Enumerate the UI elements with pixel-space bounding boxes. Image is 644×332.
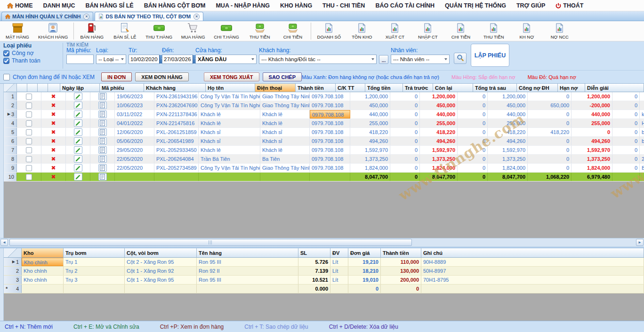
cell-cong-no-dh[interactable]: 494,260 [572,137,612,145]
copy-row-icon[interactable] [98,128,107,136]
cell-dien-thoai[interactable]: 0979.708.108 [310,110,350,119]
menu-item-tro-giup[interactable]: TRỢ GIÚP [511,0,550,11]
cell-ghi-chu[interactable]: 50H-8997 [421,267,644,275]
cell-han-no[interactable]: 0 [612,128,640,136]
cell-thanh-tien[interactable]: 494,260 [350,137,390,145]
cell-khach-hang[interactable]: Khách sỉ [199,137,260,145]
cell-ho-ten[interactable]: Khách sỉ [260,128,310,136]
row-indicator[interactable]: 3 [4,276,22,284]
cell-ngay-lap[interactable]: 22/05/2020 [115,155,154,163]
scroll-right-arrow-icon[interactable]: ► [636,239,644,246]
column-header-kho[interactable]: Kho [22,248,64,258]
copy-row-icon[interactable] [98,137,107,145]
ma-phieu-input[interactable] [66,55,94,64]
cell-dien-giai[interactable]: 2 xe bán tải anh Ba [640,155,644,163]
cell-sl[interactable]: 0.000 [298,285,330,293]
table-row[interactable]: 2Kho chínhTrụ 2Cột 1 - Xăng Ron 92Ron 92… [4,267,644,276]
cell-dv[interactable]: Lít [330,258,348,266]
toolbar-button-thu-tien[interactable]: THU TIỀN [243,21,276,41]
row-indicator[interactable]: 2 [4,101,17,110]
cell-tong-tien[interactable]: 8,047,700 [420,173,458,181]
cell-ngay-lap[interactable]: 12/06/2020 [115,128,154,136]
menu-item-mua-nhap-hang[interactable]: MUA - NHẬP HÀNG [210,0,275,11]
scroll-left-arrow-icon[interactable]: ◄ [0,239,8,246]
cell-ngay-lap[interactable]: 05/06/2020 [115,137,154,145]
cell-thanh-tien[interactable]: 450,000 [350,101,390,110]
toolbar-button-mat-hang[interactable]: MẶT HÀNG [1,21,34,41]
cell-sl[interactable]: 5.726 [298,258,330,266]
cell-tong-tra-sau[interactable]: 0 [528,110,572,119]
cell-dien-giai[interactable]: bán nợ Như Ngọc [640,128,644,136]
table-row[interactable]: 7✖29/05/2020PXL-2052933450Khách lẻKhách … [4,146,644,155]
cell-tong-tra-sau[interactable]: 0 [528,119,572,127]
column-header-tong-tien[interactable]: Tổng tiền [365,84,403,92]
cell-tong-tra-sau[interactable]: 418,220 [528,128,572,136]
cell-cong-no-dh[interactable]: 1,824,000 [572,164,612,172]
cell-cong-no-dh[interactable]: 1,373,250 [572,155,612,163]
cell-tong-tien[interactable]: 450,000 [420,101,458,110]
copy-row-icon[interactable] [98,111,107,118]
checkbox-thanh-toan[interactable]: Thanh toán [3,57,40,64]
table-row[interactable]: 9✖22/05/2020PXL-2052734589Công Ty Vận Tả… [4,164,644,173]
table-row[interactable]: 3Kho chínhTrụ 3Cột 1 - Xăng Ron 95Ron 95… [4,276,644,285]
cell-han-no[interactable]: 0 [612,110,640,119]
edit-row-icon[interactable] [74,93,82,100]
cell-ck-tt[interactable]: 0 [390,137,420,145]
toolbar-button-xuat-ct[interactable]: XUẤT CT [378,21,411,41]
cell-ten-hang[interactable]: Ron 95 III [197,276,298,284]
cell-ho-ten[interactable]: Giao Thông Tây Ninh [260,164,310,172]
menu-item-quan-tri-he-thong[interactable]: QUẢN TRỊ HỆ THỐNG [440,0,511,11]
cell-ma-phieu[interactable]: PXL-206264084 [154,155,199,163]
cell-ma-phieu[interactable]: PXL-2052933450 [154,146,199,154]
cell-con-lai[interactable]: 8,047,700 [488,173,528,181]
cell-cong-no-dh[interactable]: 6,979,480 [572,173,612,181]
cell-ghi-chu[interactable]: 90H-8889 [421,258,644,266]
select-all-corner[interactable] [4,84,17,92]
table-row[interactable]: ▶1Kho chínhTrụ 1Cột 2 - Xăng Ron 95Ron 9… [4,258,644,267]
cell-khach-hang[interactable]: Khách lẻ [199,119,260,127]
cell-ho-ten[interactable]: Giao Thông Tây Ninh [260,101,310,110]
cell-tra-truoc[interactable]: 0 [458,146,488,154]
toolbar-button-ban-si-le[interactable]: BÁN SỈ, LẺ [108,21,141,41]
cell-ma-phieu[interactable]: PXL-2052734589 [154,164,199,172]
row-indicator[interactable]: 6 [4,137,17,145]
cell-tong-tra-sau[interactable]: 1,068,220 [528,173,572,181]
row-checkbox[interactable] [26,103,32,109]
delete-row-icon[interactable]: ✖ [51,129,56,135]
edit-row-icon[interactable] [74,137,82,145]
menu-item-bao-cao-tai-chinh[interactable]: BÁO CÁO TÀI CHÍNH [370,0,440,11]
toolbar-button-chi-tien-bc[interactable]: CHI TIỀN [444,21,477,41]
cell-con-lai[interactable]: 440,000 [488,110,528,119]
close-icon[interactable]: × [193,14,200,20]
tool-column-header[interactable] [48,84,60,92]
tab-man-hinh-quan-ly-chinh[interactable]: MÀN HÌNH QUẢN LÝ CHÍNH× [1,12,93,21]
row-indicator[interactable]: 10 [4,173,17,181]
copy-row-icon[interactable] [98,102,107,109]
cell-tong-tra-sau[interactable]: 0 [528,146,572,154]
column-header-khach-hang[interactable]: Khách hàng [144,84,206,92]
row-indicator[interactable]: *4 [4,285,22,293]
cell-ngay-lap[interactable]: 22/05/2020 [115,164,154,172]
tool-column-header[interactable] [27,84,38,92]
cell-thanh-tien[interactable]: 130,000 [381,267,421,275]
cell-ck-tt[interactable]: 0 [390,110,420,119]
cell-ten-hang[interactable]: Ron 95 III [197,258,298,266]
cell-thanh-tien[interactable]: 110,000 [381,258,421,266]
cell-ck-tt[interactable]: 0 [390,92,420,101]
table-row[interactable]: 1✖19/06/2023PXN-2361943196Công Ty Vận Tả… [4,92,644,101]
cell-cot-voi-bom[interactable]: Cột 1 - Xăng Ron 95 [125,276,197,284]
edit-row-icon[interactable] [74,164,82,172]
cell-han-no[interactable]: 0 [612,137,640,145]
table-row[interactable]: *40.00000 [4,285,644,293]
cell-tru-bom[interactable]: Trụ 3 [64,276,125,284]
menu-item-thu-chi-tien[interactable]: THU - CHI TIỀN [317,0,370,11]
cell-don-gia[interactable]: 18,210 [348,267,381,275]
column-header-sl[interactable]: SL [298,248,330,258]
cell-dv[interactable]: Lít [330,267,348,275]
cell-thanh-tien[interactable]: 0 [381,285,421,293]
cell-dien-giai[interactable] [640,101,644,110]
row-indicator[interactable]: 8 [4,155,17,163]
cell-thanh-tien[interactable]: 200,000 [381,276,421,284]
menu-item-home[interactable]: HOME [2,0,38,11]
cell-don-gia[interactable]: 0 [348,285,381,293]
